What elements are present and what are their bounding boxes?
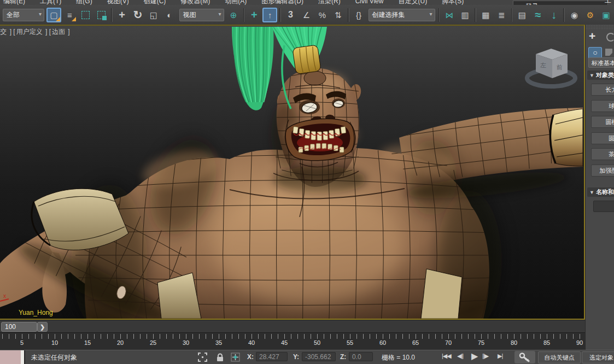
timeline-frame-label: 90	[574, 339, 586, 346]
select-and-manipulate-button[interactable]: +	[247, 8, 261, 22]
rectangular-selection-region-button[interactable]	[78, 8, 93, 22]
workspace-dropdown[interactable]: 工作区	[605, 0, 614, 5]
set-keys-button[interactable]	[514, 351, 535, 363]
panel-drag-handle[interactable]	[586, 25, 614, 29]
timeline-tick	[206, 334, 206, 339]
menu-item[interactable]: Civil View	[355, 0, 384, 5]
curve-editor-button[interactable]: ≈	[530, 8, 545, 22]
modify-tab-icon[interactable]	[606, 33, 614, 42]
reference-coordinate-system-dropdown[interactable]: 视图	[179, 9, 224, 21]
selection-lock-icon[interactable]	[215, 353, 225, 362]
select-object-button[interactable]: ▢	[46, 8, 61, 22]
menu-item[interactable]: 脚本(S)	[442, 0, 464, 5]
rendered-frame-window-button[interactable]: ▣	[599, 8, 613, 22]
timeline-tick	[376, 334, 377, 339]
align-button[interactable]: ▥	[458, 8, 472, 22]
render-setup-button[interactable]: ⚙	[583, 8, 598, 22]
next-frame-arrow-button[interactable]: ❯	[37, 322, 48, 332]
x-coordinate-field[interactable]: 28.427	[256, 352, 288, 361]
timeline-tick	[396, 334, 396, 339]
toggle-layer-explorer-button[interactable]: ≣	[494, 8, 509, 22]
menu-item[interactable]: 修改器(M)	[180, 0, 210, 5]
menu-item[interactable]: 渲染(R)	[318, 0, 341, 5]
object-type-button[interactable]: 圆环	[591, 132, 614, 144]
timeline-frame-label: 40	[245, 339, 258, 346]
track-bar[interactable]: 51015202530354045505560657075808590	[0, 332, 585, 350]
object-type-button[interactable]: 圆柱体	[591, 116, 614, 128]
menu-item[interactable]: 动画(A)	[225, 0, 247, 5]
shapes-category-icon[interactable]	[605, 49, 612, 56]
menu-item[interactable]: 创建(C)	[144, 0, 166, 5]
snap-toggle-3d-button[interactable]: 3	[283, 8, 298, 22]
rollout-arrow-icon: ▼	[589, 73, 594, 78]
y-coordinate-field[interactable]: -305.662	[302, 352, 336, 361]
login-button[interactable]: 登录 ▾	[513, 1, 608, 5]
menu-item[interactable]: 工具(T)	[40, 0, 61, 5]
edit-named-selection-sets-button[interactable]: {}	[352, 8, 366, 22]
maxscript-mini-listener[interactable]	[0, 350, 25, 364]
timeline-tick	[192, 334, 193, 339]
timeline-tick	[114, 334, 114, 339]
window-crossing-toggle-button[interactable]	[94, 8, 109, 22]
schematic-view-button[interactable]: ↓	[546, 8, 561, 22]
previous-frame-button[interactable]: ◀||	[457, 353, 463, 360]
material-editor-button[interactable]: ◉	[567, 8, 582, 22]
z-coordinate-field[interactable]: 0.0	[349, 352, 373, 361]
command-panel-tabs: +	[589, 30, 614, 44]
select-and-place-button[interactable]: ◐	[162, 8, 177, 22]
timeline-tick	[534, 334, 534, 339]
main-toolbar: 全部▢≡+↻◱◐视图⊕+↑3∠%⇅{}创建选择集⋈▥▦≣▤≈↓◉⚙▣	[0, 5, 614, 25]
timeline-tick	[160, 334, 160, 339]
named-selection-sets-dropdown[interactable]: 创建选择集	[369, 9, 435, 21]
menu-item[interactable]: 自定义(U)	[398, 0, 427, 5]
object-type-rollout[interactable]: ▼对象类型	[587, 71, 614, 80]
object-type-button[interactable]: 长方体	[591, 84, 614, 96]
select-by-name-button[interactable]: ≡	[62, 8, 77, 22]
go-to-end-button[interactable]: ▶|	[498, 353, 502, 360]
menu-item[interactable]: 组(G)	[76, 0, 92, 5]
object-type-button[interactable]: 球体	[591, 100, 614, 112]
toggle-ribbon-button[interactable]: ▤	[514, 8, 529, 22]
menu-item[interactable]: 图形编辑器(D)	[261, 0, 303, 5]
object-type-button[interactable]: 加强型文本	[591, 165, 614, 177]
timeline-tick	[350, 334, 350, 339]
menu-item[interactable]: 视图(V)	[107, 0, 129, 5]
select-and-rotate-button[interactable]: ↻	[131, 8, 145, 22]
timeline-tick	[494, 334, 495, 339]
spinner-snap-toggle-button[interactable]: ⇅	[331, 8, 346, 22]
select-and-scale-button[interactable]: ◱	[147, 8, 161, 22]
timeline-tick	[252, 334, 252, 339]
toggle-scene-explorer-button[interactable]: ▦	[478, 8, 493, 22]
auto-key-button[interactable]: 自动关键点	[538, 351, 581, 363]
set-key-filter-button[interactable]: 选定对象	[582, 351, 614, 363]
name-color-rollout[interactable]: ▼名称和颜色	[587, 187, 614, 197]
isolate-selection-icon[interactable]	[198, 353, 207, 362]
timeline-tick	[507, 334, 508, 339]
selection-filter-dropdown[interactable]: 全部	[3, 9, 44, 21]
go-to-start-button[interactable]: |◀◀	[442, 353, 451, 360]
next-frame-button[interactable]: ||▶	[482, 353, 488, 360]
menu-item[interactable]: 编辑(E)	[3, 0, 25, 5]
percent-snap-toggle-button[interactable]: %	[315, 8, 330, 22]
time-slider[interactable]: 100 ❯	[0, 320, 585, 333]
ribbon-icon: ▤	[518, 11, 526, 19]
toolbar-separator	[438, 8, 440, 22]
absolute-mode-transform-icon[interactable]	[231, 353, 240, 362]
use-pivot-point-center-button[interactable]: ⊕	[226, 8, 241, 22]
keyboard-shortcut-override-button[interactable]: ↑	[262, 8, 277, 22]
viewport[interactable]: 左 前 x [正交 ] [用户定义 ] [边面 ] Yuan_Hong	[0, 25, 585, 320]
select-and-move-button[interactable]: +	[115, 8, 130, 22]
object-type-button[interactable]: 茶壶	[591, 148, 614, 160]
viewport-label[interactable]: [正交 ] [用户定义 ] [边面 ]	[0, 27, 71, 37]
play-button[interactable]: ▶	[471, 351, 477, 361]
timeline-tick	[560, 334, 560, 339]
create-tab[interactable]: +	[589, 30, 595, 42]
mirror-button[interactable]: ⋈	[442, 8, 457, 22]
angle-snap-toggle-button[interactable]: ∠	[299, 8, 314, 22]
window-crossing-icon	[97, 11, 106, 19]
object-name-field[interactable]	[593, 201, 614, 212]
primitive-type-dropdown[interactable]: 标准基本体	[588, 57, 614, 68]
time-slider-handle[interactable]: 100	[1, 322, 37, 332]
spinner-snap-icon: ⇅	[335, 11, 342, 19]
named-sets-icon: {}	[356, 11, 361, 19]
